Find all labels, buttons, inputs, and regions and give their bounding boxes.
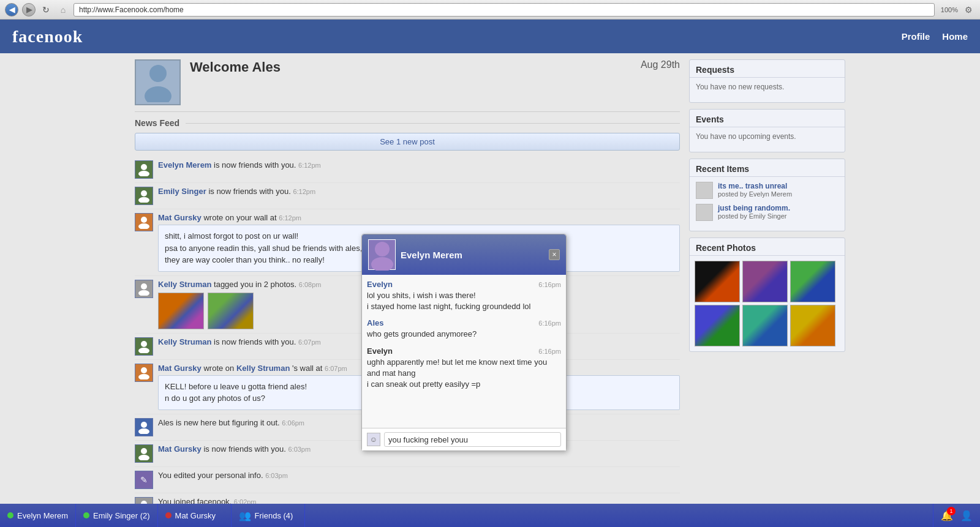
refresh-button[interactable]: ↻ — [39, 3, 53, 17]
chat-name: Evelyn Merem — [401, 250, 544, 260]
events-content: You have no upcoming events. — [690, 127, 845, 152]
feed-link-kelly2[interactable]: Kelly Struman — [158, 337, 211, 346]
home-button[interactable]: ⌂ — [56, 3, 70, 17]
svg-point-14 — [141, 422, 147, 428]
taskbar-mat[interactable]: Mat Gursky — [158, 504, 232, 527]
feed-edit-info: You edited your personal info. — [158, 471, 265, 480]
feed-text-emily-friend: Emily Singer is now friends with you. 6:… — [158, 187, 680, 196]
svg-point-0 — [149, 65, 167, 82]
address-bar[interactable] — [74, 3, 935, 17]
feed-time-emily: 6:12pm — [293, 188, 315, 195]
feed-link-emily[interactable]: Emily Singer — [158, 187, 206, 196]
chat-msg-text-evelyn2: ughh apparently me! but let me know next… — [367, 357, 561, 391]
settings-icon[interactable]: ⚙ — [962, 3, 975, 17]
taskbar-people-icon[interactable]: 👤 — [959, 508, 974, 523]
recent-item-link-1[interactable]: its me.. trash unreal — [718, 182, 792, 190]
taskbar-label-friends: Friends (4) — [255, 511, 293, 520]
svg-point-12 — [141, 367, 147, 373]
feed-link-mat3[interactable]: Mat Gursky — [158, 444, 202, 454]
feed-action-mat3: is now friends with you. — [203, 444, 288, 454]
taskbar-dot-emily — [83, 512, 89, 518]
svg-point-1 — [145, 86, 172, 102]
taskbar-label-mat: Mat Gursky — [175, 511, 216, 520]
taskbar-friends-icon: 👥 — [239, 510, 251, 521]
feed-time-mat2: 6:07pm — [325, 365, 347, 372]
recent-item-text-2: just being randomm. posted by Emily Sing… — [718, 204, 790, 220]
feed-action-emily: is now friends with you. — [208, 187, 293, 196]
tagged-photo-1[interactable] — [158, 293, 204, 329]
recent-photos-grid — [690, 256, 845, 351]
home-nav-link[interactable]: Home — [942, 31, 968, 42]
chat-messages[interactable]: Evelyn 6:16pm lol you shits, i wish i wa… — [362, 275, 566, 428]
feed-link-mat[interactable]: Mat Gursky — [158, 213, 202, 222]
chat-msg-evelyn2: Evelyn 6:16pm ughh apparently me! but le… — [367, 346, 561, 391]
taskbar-right: 🔔 1 👤 — [933, 504, 980, 527]
recent-photo-1[interactable] — [695, 261, 740, 302]
feed-link-kelly[interactable]: Kelly Struman — [158, 280, 211, 289]
svg-point-4 — [141, 190, 147, 196]
chat-close-button[interactable]: × — [549, 249, 560, 260]
chat-header: Evelyn Merem × — [362, 234, 566, 275]
recent-photo-4[interactable] — [695, 305, 740, 346]
tagged-photo-2[interactable] — [208, 293, 254, 329]
svg-point-15 — [138, 428, 149, 434]
recent-item-by-1: posted by Evelyn Merem — [718, 190, 792, 198]
browser-chrome: ◀ ▶ ↻ ⌂ 100% ⚙ — [0, 0, 980, 20]
welcome-name: Welcome Ales — [190, 59, 281, 75]
chat-msg-time-evelyn1: 6:16pm — [538, 281, 561, 288]
back-button[interactable]: ◀ — [5, 3, 18, 17]
see-new-post-button[interactable]: See 1 new post — [135, 133, 680, 151]
taskbar-emily[interactable]: Emily Singer (2) — [76, 504, 157, 527]
svg-point-9 — [138, 290, 149, 296]
chat-msg-name-ales: Ales — [367, 318, 383, 327]
chat-msg-time-evelyn2: 6:16pm — [538, 348, 561, 355]
news-feed-divider — [186, 123, 680, 124]
taskbar-friends[interactable]: 👥 Friends (4) — [232, 504, 305, 527]
feed-item-evelyn-friend: Evelyn Merem is now friends with you. 6:… — [135, 157, 680, 183]
taskbar-dot-evelyn — [7, 512, 13, 518]
recent-photo-6[interactable] — [790, 305, 835, 346]
feed-icon-mat — [135, 213, 153, 231]
welcome-date: Aug 29th — [641, 59, 680, 70]
feed-link-kelly3[interactable]: Kelly Struman — [236, 364, 290, 373]
chat-popup: Evelyn Merem × Evelyn 6:16pm lol you shi… — [361, 234, 567, 451]
svg-point-20 — [375, 242, 390, 256]
recent-photo-2[interactable] — [742, 261, 788, 302]
chat-emoji-icon[interactable]: ☺ — [367, 433, 380, 446]
fb-main: Welcome Ales Aug 29th News Feed See 1 ne… — [129, 53, 851, 526]
chat-input[interactable] — [384, 432, 561, 447]
feed-action-kelly-friend: is now friends with you. — [214, 337, 298, 346]
taskbar-dot-mat — [165, 512, 172, 518]
feed-icon-edit: ✎ — [135, 471, 153, 489]
svg-point-10 — [141, 341, 147, 347]
events-box: Events You have no upcoming events. — [689, 109, 845, 152]
svg-point-21 — [371, 257, 393, 271]
feed-link-evelyn[interactable]: Evelyn Merem — [158, 160, 211, 170]
recent-photo-5[interactable] — [742, 305, 788, 346]
taskbar-notification-icon[interactable]: 🔔 1 — [940, 508, 954, 523]
forward-button[interactable]: ▶ — [22, 3, 36, 17]
requests-content: You have no new requests. — [690, 78, 845, 102]
welcome-text: Welcome Ales Aug 29th — [190, 59, 680, 75]
taskbar-evelyn[interactable]: Evelyn Merem — [0, 504, 76, 527]
feed-ales-status: Ales is new here but figuring it out. — [158, 418, 282, 427]
news-feed-header: News Feed — [135, 118, 680, 128]
feed-time-kelly-friend: 6:07pm — [298, 338, 321, 346]
svg-point-17 — [138, 455, 149, 460]
recent-item-text-1: its me.. trash unreal posted by Evelyn M… — [718, 182, 792, 198]
profile-nav-link[interactable]: Profile — [902, 31, 930, 42]
svg-point-11 — [138, 348, 149, 353]
recent-photo-3[interactable] — [790, 261, 835, 302]
chat-msg-text-evelyn1: lol you shits, i wish i was there!i stay… — [367, 290, 561, 312]
feed-link-mat2[interactable]: Mat Gursky — [158, 364, 202, 373]
feed-action-mat2b: 's wall at — [292, 364, 325, 373]
fb-nav: Profile Home — [902, 31, 968, 42]
news-feed-label: News Feed — [135, 118, 179, 128]
welcome-header: Welcome Ales Aug 29th — [190, 59, 680, 75]
feed-icon-mat-friend — [135, 444, 153, 463]
taskbar: Evelyn Merem Emily Singer (2) Mat Gursky… — [0, 504, 980, 527]
feed-icon-mat2 — [135, 364, 153, 382]
feed-time-evelyn: 6:12pm — [298, 162, 321, 169]
recent-item-link-2[interactable]: just being randomm. — [718, 204, 790, 212]
feed-item-edit-info: ✎ You edited your personal info. 6:03pm — [135, 467, 680, 493]
